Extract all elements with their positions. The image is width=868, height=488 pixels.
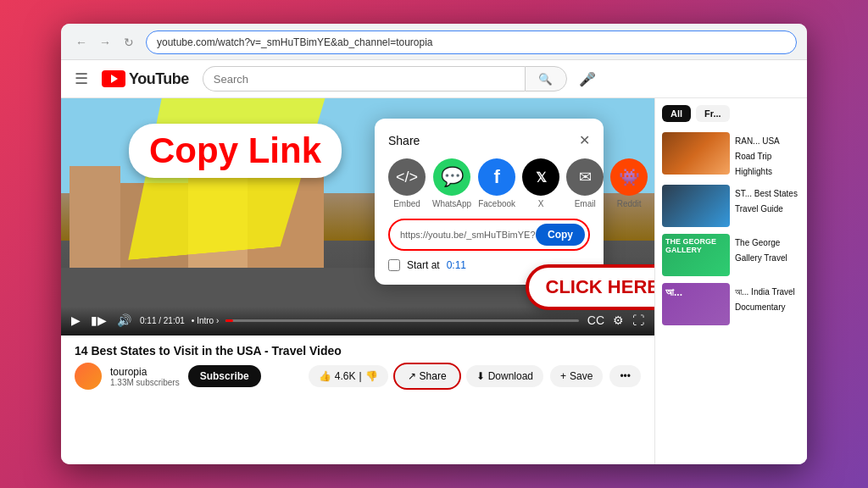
share-title: Share (388, 134, 420, 147)
email-label: Email (575, 199, 596, 208)
start-at-checkbox[interactable] (388, 259, 400, 271)
share-button[interactable]: ↗ Share (395, 364, 459, 388)
search-input[interactable] (203, 66, 525, 92)
channel-left: touropia 1.33M subscribers Subscribe (75, 363, 261, 390)
thumb-text-4: আ... India Travel Documentary (735, 283, 800, 325)
progress-bar[interactable] (225, 319, 579, 322)
download-label: Download (488, 370, 533, 382)
hamburger-icon[interactable]: ☰ (75, 69, 88, 88)
copy-link-annotation: Copy Link (129, 124, 342, 178)
reddit-label: Reddit (617, 199, 642, 208)
share-link-row: Copy (388, 219, 590, 251)
facebook-icon: f (478, 158, 515, 196)
channel-subs: 1.33M subscribers (110, 378, 180, 387)
youtube-logo[interactable]: YouTube (102, 70, 189, 88)
thumb-title-4: আ... India Travel Documentary (735, 287, 795, 312)
youtube-logo-icon (102, 70, 125, 87)
share-label: Share (420, 370, 447, 382)
start-at-time[interactable]: 0:11 (447, 259, 466, 271)
thumb-text-1: RAN... USA Road Trip Highlights (735, 132, 800, 178)
right-controls: CC ⚙ ⛶ (586, 312, 646, 329)
channel-info: touropia 1.33M subscribers (110, 366, 180, 387)
search-container: 🔍 🎤 (203, 65, 793, 92)
thumbs-down-icon: 👎 (365, 370, 378, 382)
microphone-button[interactable]: 🎤 (574, 65, 601, 92)
thumbs-up-icon: 👍 (319, 370, 331, 382)
share-link-input[interactable] (400, 230, 536, 240)
save-button[interactable]: + Save (550, 365, 603, 387)
building-2 (120, 183, 188, 268)
search-button[interactable]: 🔍 (525, 66, 567, 92)
sidebar-thumb-4[interactable]: আ... আ... India Travel Documentary (655, 280, 807, 329)
thumbnail-3: THE GEORGE GALLERY (662, 234, 730, 276)
embed-item[interactable]: </> Embed (388, 158, 426, 208)
share-close-button[interactable]: ✕ (579, 132, 590, 148)
share-icon: ↗ (408, 370, 416, 382)
subtitles-button[interactable]: CC (586, 312, 606, 329)
video-controls: ▶ ▮▶ 🔊 0:11 / 21:01 • Intro › CC ⚙ ⛶ (61, 307, 654, 336)
sidebar-thumb-2[interactable]: ST... Best States Travel Guide (655, 181, 807, 230)
whatsapp-label: WhatsApp (432, 199, 471, 208)
browser-chrome: ← → ↻ (61, 24, 807, 60)
download-button[interactable]: ⬇ Download (466, 365, 543, 387)
channel-avatar[interactable] (75, 363, 102, 390)
video-player[interactable]: Copy Link ▶ ▮▶ 🔊 0:11 / 21:01 • Intro › … (61, 98, 654, 336)
forward-button[interactable]: → (95, 32, 115, 53)
click-here-annotation: CLICK HERE (526, 264, 654, 310)
whatsapp-icon: 💬 (433, 158, 470, 196)
youtube-logo-text: YouTube (129, 70, 189, 88)
play-button[interactable]: ▶ (70, 312, 82, 329)
sidebar: All Fr... RAN... USA Road Trip Highlight… (654, 98, 807, 464)
video-actions: 👍 4.6K | 👎 ↗ Share ⬇ Download (309, 364, 641, 388)
building-1 (70, 166, 120, 268)
time-display: 0:11 / 21:01 (140, 316, 185, 325)
thumbnail-1 (662, 132, 730, 175)
video-info: 14 Best States to Visit in the USA - Tra… (61, 336, 654, 398)
channel-name[interactable]: touropia (110, 366, 180, 378)
facebook-item[interactable]: f Facebook (478, 158, 515, 208)
sidebar-thumb-1[interactable]: RAN... USA Road Trip Highlights (655, 129, 807, 181)
thumb-title-2: ST... Best States Travel Guide (735, 189, 798, 214)
chapter-display: • Intro › (192, 316, 219, 325)
more-button[interactable]: ••• (609, 365, 641, 387)
next-button[interactable]: ▮▶ (89, 312, 108, 329)
address-bar[interactable] (146, 30, 797, 54)
volume-button[interactable]: 🔊 (115, 312, 133, 329)
email-item[interactable]: ✉ Email (566, 158, 604, 208)
all-chip[interactable]: All (662, 105, 691, 122)
start-at-label: Start at (407, 259, 440, 271)
fullscreen-button[interactable]: ⛶ (631, 312, 646, 329)
embed-label: Embed (393, 199, 420, 208)
subscribe-button[interactable]: Subscribe (188, 365, 261, 387)
divider: | (359, 370, 361, 382)
browser-window: ← → ↻ ☰ YouTube 🔍 🎤 (61, 24, 807, 464)
channel-row: touropia 1.33M subscribers Subscribe 👍 4… (75, 363, 641, 390)
email-icon: ✉ (566, 158, 604, 196)
main-content: Copy Link ▶ ▮▶ 🔊 0:11 / 21:01 • Intro › … (61, 98, 807, 464)
save-label: Save (570, 370, 593, 382)
video-section: Copy Link ▶ ▮▶ 🔊 0:11 / 21:01 • Intro › … (61, 98, 654, 464)
from-chip[interactable]: Fr... (696, 105, 730, 122)
save-icon: + (560, 370, 566, 382)
back-button[interactable]: ← (71, 32, 92, 53)
refresh-button[interactable]: ↻ (119, 32, 139, 53)
share-header: Share ✕ (388, 132, 590, 148)
x-item[interactable]: 𝕏 X (522, 158, 559, 208)
video-title: 14 Best States to Visit in the USA - Tra… (75, 344, 641, 358)
copy-link-button[interactable]: Copy (536, 224, 585, 246)
like-button[interactable]: 👍 4.6K | 👎 (309, 365, 388, 387)
whatsapp-item[interactable]: 💬 WhatsApp (432, 158, 471, 208)
x-icon: 𝕏 (522, 158, 559, 196)
settings-button[interactable]: ⚙ (611, 312, 626, 329)
thumb-text-3: The George Gallery Travel (735, 234, 800, 276)
embed-icon: </> (388, 158, 426, 196)
share-dialog: Share ✕ </> Embed 💬 WhatsApp f (375, 119, 604, 285)
reddit-item[interactable]: 👾 Reddit (610, 158, 648, 208)
progress-fill (225, 319, 232, 322)
youtube-header: ☰ YouTube 🔍 🎤 (61, 60, 807, 98)
thumb-text-2: ST... Best States Travel Guide (735, 185, 800, 227)
thumbnail-2 (662, 185, 730, 227)
sidebar-thumb-3[interactable]: THE GEORGE GALLERY The George Gallery Tr… (655, 230, 807, 280)
thumbnail-4: আ... (662, 283, 730, 325)
nav-buttons: ← → ↻ (71, 32, 139, 53)
